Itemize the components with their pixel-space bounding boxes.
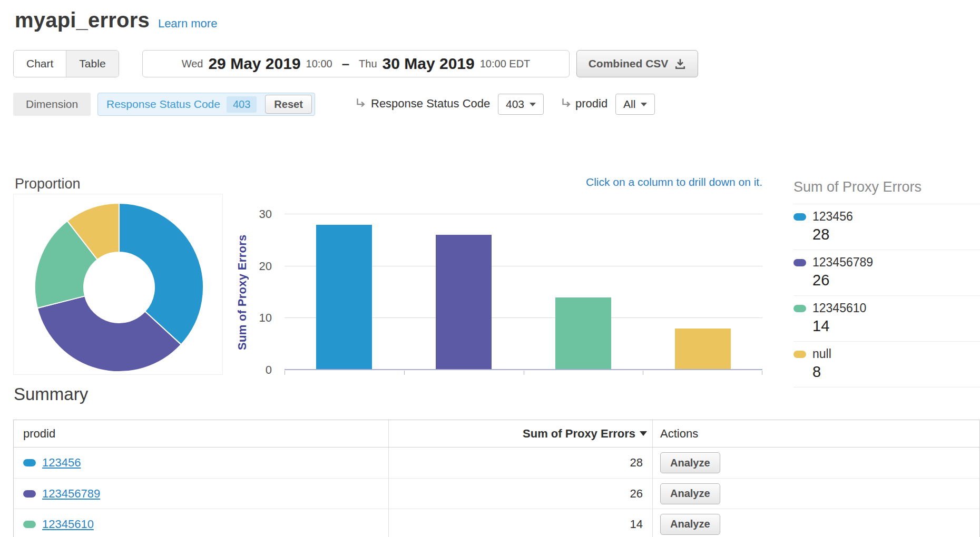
y-tick-label: 10 [241,311,272,325]
reset-button[interactable]: Reset [265,95,311,114]
x-axis-tick [762,371,762,375]
actions-cell: Analyze [653,509,979,537]
value-cell: 28 [389,448,653,478]
date-range-picker[interactable]: Wed 29 May 2019 10:00 – Thu 30 May 2019 … [142,50,570,77]
value-cell: 26 [389,479,653,509]
x-axis-tick [643,371,643,375]
legend-label: 123456 [812,210,853,224]
legend-label: 123456789 [812,255,873,270]
bar-123456[interactable] [316,225,372,369]
prodid-link[interactable]: 123456 [42,456,81,470]
legend-value: 14 [812,317,980,335]
chevron-down-icon [530,103,536,106]
x-axis-tick [524,371,524,375]
start-time: 10:00 [306,58,332,70]
table-row: 1234561014Analyze [14,509,979,537]
column-header-prodid: prodid [14,420,389,447]
gridline [285,214,762,214]
start-date: 29 May 2019 [208,55,300,73]
legend-swatch [793,305,806,312]
y-tick-label: 30 [241,207,272,221]
legend-label: null [812,347,831,361]
prodid-cell: 123456789 [14,479,389,509]
legend-name-row: 12345610 [793,301,980,315]
view-toggle: Chart Table [13,50,119,77]
row-swatch [23,490,36,498]
column-header-sum-of-proxy-errors[interactable]: Sum of Proxy Errors [389,420,653,447]
sort-desc-icon [640,431,647,436]
prodid-dropdown[interactable]: All [615,94,655,115]
summary-table: prodid Sum of Proxy Errors Actions 12345… [13,420,980,537]
end-time: 10:00 EDT [480,58,531,70]
legend-name-row: 123456789 [793,255,980,270]
drilldown-hint: Click on a column to drill down on it. [586,176,762,188]
legend-item-null: null8 [793,342,980,387]
x-axis-tick [404,371,405,375]
actions-cell: Analyze [653,448,979,478]
bar-null[interactable] [675,329,731,369]
prodid-link[interactable]: 123456789 [42,487,100,501]
combined-csv-button[interactable]: Combined CSV [576,50,698,77]
proportion-title: Proportion [15,176,81,192]
analytics-dashboard: myapi_errors Learn more Chart Table Wed … [0,0,980,537]
bar-123456789[interactable] [436,235,492,369]
value-cell: 14 [389,509,653,537]
y-tick-label: 0 [241,363,272,377]
proportion-donut-panel [13,194,223,375]
row-swatch [23,521,36,528]
download-icon [674,58,686,69]
response-status-code-dropdown[interactable]: 403 [498,94,544,115]
drilldown-label-response-status-code: Response Status Code [371,97,490,111]
actions-cell: Analyze [653,479,979,509]
legend-value: 26 [812,272,980,289]
legend-swatch [793,351,806,358]
dimension-label: Dimension [13,93,91,116]
legend-panel: Sum of Proxy Errors 12345628123456789261… [793,179,980,387]
sort-column-label: Sum of Proxy Errors [523,427,635,441]
column-header-actions: Actions [653,420,979,447]
prodid-link[interactable]: 12345610 [42,518,94,531]
legend-name-row: 123456 [793,210,980,224]
analyze-button[interactable]: Analyze [660,514,720,535]
prodid-cell: 12345610 [14,509,389,537]
bar-12345610[interactable] [555,297,611,369]
start-day: Wed [182,58,203,70]
bar-plot [285,214,762,370]
chart-view-button[interactable]: Chart [14,51,66,77]
dropdown-selected-value: 403 [506,98,524,111]
y-tick-label: 20 [241,260,272,273]
analyze-button[interactable]: Analyze [660,452,720,473]
active-filter-name: Response Status Code [106,98,220,111]
donut-chart [14,194,223,375]
legend-item-123456789: 12345678926 [793,250,980,296]
table-view-button[interactable]: Table [66,51,118,77]
drilldown-label-prodid: prodid [575,97,607,111]
legend-swatch [793,259,806,266]
dropdown-selected-value: All [623,98,635,111]
end-day: Thu [359,58,377,70]
summary-table-body: 12345628Analyze12345678926Analyze1234561… [14,448,979,537]
learn-more-link[interactable]: Learn more [158,17,218,31]
table-row: 12345678926Analyze [14,478,979,509]
legend-value: 28 [812,226,980,243]
date-range-separator: – [342,56,349,72]
drilldown-arrow-icon [354,97,368,111]
active-filter-pill: Response Status Code 403 Reset [97,93,315,116]
x-axis-line [285,369,762,370]
page-title: myapi_errors [15,8,150,32]
page-header: myapi_errors Learn more [15,8,217,32]
legend-swatch [793,213,806,221]
csv-button-label: Combined CSV [589,57,669,70]
row-swatch [23,459,36,466]
filter-bar: Dimension Response Status Code 403 Reset… [0,93,980,116]
legend-list: 12345628123456789261234561014null8 [793,204,980,387]
analyze-button[interactable]: Analyze [660,483,720,504]
x-axis-tick [285,371,285,375]
chevron-down-icon [641,103,647,106]
prodid-cell: 123456 [14,448,389,478]
summary-title: Summary [14,384,88,404]
legend-value: 8 [812,363,980,381]
legend-title: Sum of Proxy Errors [793,179,980,195]
bar-ylabels: 0102030 [241,214,278,370]
active-filter-value: 403 [227,96,257,113]
